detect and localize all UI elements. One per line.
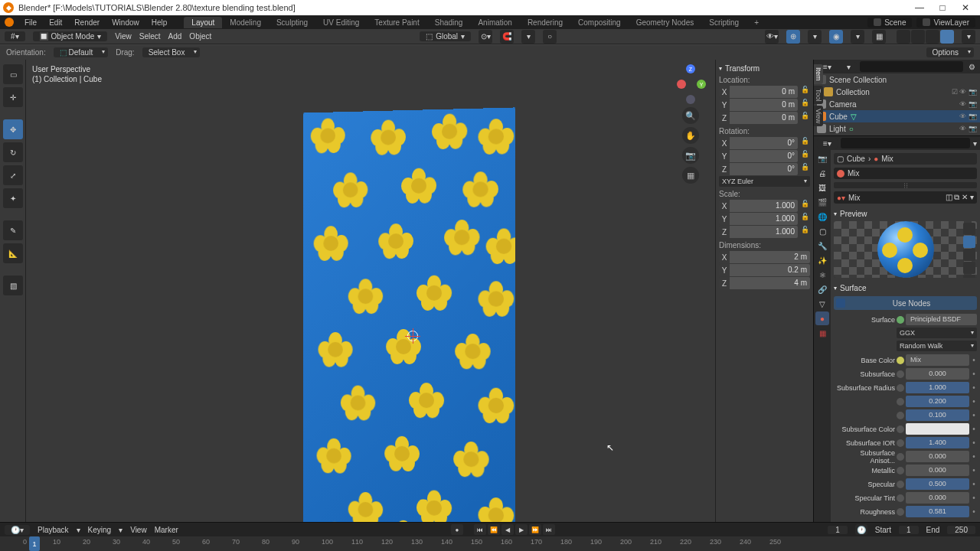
- prop-anim-dot[interactable]: •: [971, 439, 977, 447]
- prop-anim-dot[interactable]: •: [971, 452, 977, 461]
- socket-dot[interactable]: [897, 370, 904, 378]
- slot-drag-handle[interactable]: ⁝⁝: [834, 182, 977, 188]
- maximize-button[interactable]: □: [931, 2, 954, 13]
- pan-button[interactable]: ✋: [682, 127, 699, 144]
- ptab-output[interactable]: 🖨: [815, 166, 829, 180]
- snap-dropdown[interactable]: ▾: [521, 30, 535, 44]
- prev-shader[interactable]: [963, 275, 975, 278]
- timeline-type[interactable]: 🕐▾: [5, 525, 30, 535]
- scl-x[interactable]: 1.000: [730, 200, 798, 212]
- use-nodes-checkbox[interactable]: [836, 298, 845, 308]
- prop-value[interactable]: 0.000: [906, 465, 969, 476]
- socket-dot[interactable]: [897, 412, 904, 419]
- prop-value[interactable]: 0.500: [906, 478, 969, 490]
- menu-help[interactable]: Help: [150, 18, 169, 27]
- rot-z[interactable]: 0°: [730, 163, 798, 175]
- tool-move[interactable]: ✥: [3, 119, 23, 139]
- minimize-button[interactable]: —: [908, 2, 931, 13]
- playhead[interactable]: 1: [29, 536, 40, 551]
- use-nodes-button[interactable]: Use Nodes: [834, 296, 977, 310]
- distribution-select[interactable]: GGX: [897, 328, 977, 338]
- ptab-particle[interactable]: ✨: [815, 253, 829, 267]
- snap-toggle[interactable]: 🧲: [500, 30, 514, 44]
- tool-select[interactable]: ▭: [3, 64, 23, 84]
- shading-wire[interactable]: [897, 30, 910, 44]
- prev-sphere[interactable]: [963, 236, 975, 248]
- outliner-cube[interactable]: Cube▽👁 📷: [814, 110, 980, 122]
- outliner-display[interactable]: ▾: [841, 62, 857, 72]
- prop-value[interactable]: 0.000: [906, 451, 969, 462]
- tl-view[interactable]: View: [130, 526, 147, 534]
- prop-anim-dot[interactable]: •: [971, 383, 977, 392]
- tool-cursor[interactable]: ✛: [3, 87, 23, 107]
- prev-cube[interactable]: [963, 249, 975, 261]
- axis-z-neg[interactable]: [686, 95, 695, 104]
- loc-z[interactable]: 0 m: [730, 112, 798, 124]
- socket-dot[interactable]: [897, 481, 904, 488]
- scl-y[interactable]: 1.000: [730, 213, 798, 225]
- surface-header[interactable]: Surface: [834, 284, 977, 292]
- tool-addcube[interactable]: ▧: [3, 276, 23, 295]
- preview-header[interactable]: Preview: [834, 210, 977, 218]
- hdr-object[interactable]: Object: [189, 32, 211, 41]
- ptab-viewlayer[interactable]: 🖼: [815, 181, 829, 194]
- tab-geonodes[interactable]: Geometry Nodes: [629, 17, 702, 28]
- surface-shader[interactable]: Principled BSDF: [906, 314, 977, 325]
- close-button[interactable]: ✕: [954, 2, 977, 13]
- socket-dot[interactable]: [897, 508, 904, 516]
- socket-dot[interactable]: [897, 439, 904, 447]
- play-reverse[interactable]: ◀: [501, 524, 514, 535]
- prop-value[interactable]: 0.000: [906, 368, 969, 380]
- subsurface-method[interactable]: Random Walk: [897, 341, 977, 351]
- orientation-value[interactable]: ⬚ Default: [54, 47, 108, 57]
- dim-x[interactable]: 2 m: [730, 251, 810, 263]
- autokey2[interactable]: 🕐: [855, 524, 867, 535]
- prop-anim-dot[interactable]: •: [971, 466, 977, 474]
- xray-toggle[interactable]: ▦: [872, 30, 886, 44]
- prop-anim-dot[interactable]: •: [971, 425, 977, 433]
- hdr-add[interactable]: Add: [168, 32, 182, 41]
- prop-value[interactable]: Mix: [906, 354, 969, 366]
- tool-scale[interactable]: ⤢: [3, 165, 23, 185]
- ntab-tool[interactable]: Tool: [814, 86, 823, 105]
- tl-marker[interactable]: Marker: [155, 526, 178, 534]
- socket-dot[interactable]: [897, 398, 904, 406]
- dim-z[interactable]: 4 m: [730, 277, 810, 289]
- overlay-toggle[interactable]: ◉: [829, 30, 843, 44]
- transform-orientation[interactable]: ⬚ Global ▾: [420, 31, 471, 41]
- editor-type-dropdown[interactable]: #▾: [5, 31, 25, 41]
- material-slot[interactable]: Mix: [834, 168, 977, 179]
- shading-dropdown[interactable]: ▾: [962, 30, 975, 44]
- proportional-toggle[interactable]: ○: [543, 30, 557, 44]
- drag-value[interactable]: Select Box: [142, 47, 201, 57]
- outliner-search[interactable]: [860, 61, 963, 72]
- socket-dot[interactable]: [897, 467, 904, 474]
- tab-shading[interactable]: Shading: [427, 17, 471, 28]
- prop-value[interactable]: 0.000: [906, 492, 969, 504]
- tab-compositing[interactable]: Compositing: [570, 17, 629, 28]
- socket-dot[interactable]: [897, 425, 904, 433]
- rot-y[interactable]: 0°: [730, 150, 798, 162]
- loc-x[interactable]: 0 m: [730, 86, 798, 98]
- prop-value[interactable]: 0.100: [906, 409, 969, 421]
- socket-dot[interactable]: [897, 453, 904, 461]
- ptab-world[interactable]: 🌐: [815, 210, 829, 223]
- gizmo-dropdown[interactable]: ▾: [808, 30, 822, 44]
- viewlayer-selector[interactable]: ViewLayer: [916, 18, 975, 28]
- tool-annotate[interactable]: ✎: [3, 220, 23, 240]
- prev-hair[interactable]: [963, 262, 975, 274]
- hdr-view[interactable]: View: [115, 32, 132, 41]
- axis-gizmo[interactable]: Z Y X: [671, 64, 710, 104]
- prop-value[interactable]: 1.000: [906, 382, 969, 393]
- prop-value[interactable]: 0.581: [906, 506, 969, 517]
- gizmo-toggle[interactable]: ⊕: [786, 30, 800, 44]
- tool-rotate[interactable]: ↻: [3, 142, 23, 162]
- prop-anim-dot[interactable]: •: [971, 411, 977, 419]
- outliner-scene-collection[interactable]: Scene Collection: [814, 73, 980, 86]
- autokey-toggle[interactable]: ●: [451, 524, 463, 535]
- prop-anim-dot[interactable]: •: [971, 370, 977, 378]
- ptab-material[interactable]: ●: [815, 311, 829, 325]
- ptab-render[interactable]: 📷: [815, 152, 829, 165]
- ptab-texture[interactable]: ▦: [815, 326, 829, 340]
- tool-measure[interactable]: 📐: [3, 243, 23, 263]
